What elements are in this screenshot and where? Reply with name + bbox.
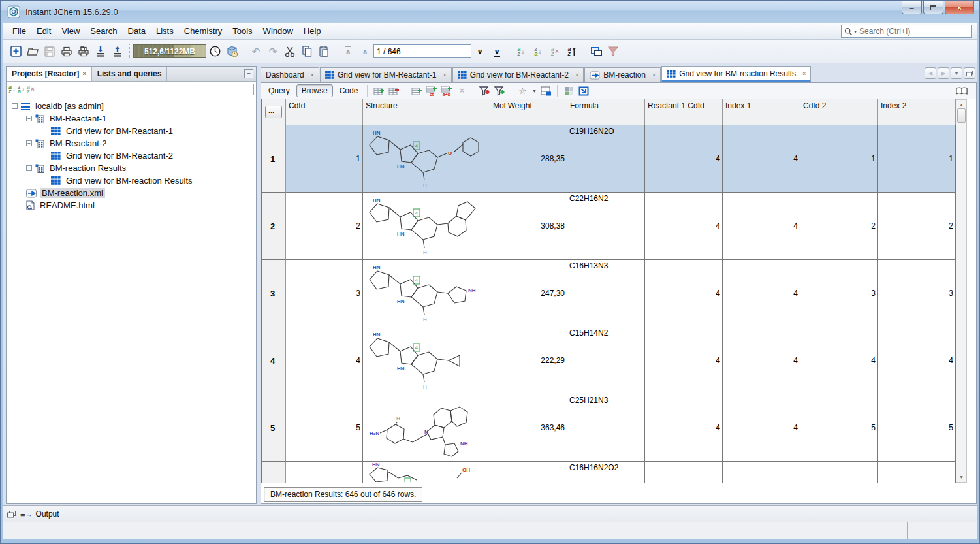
add-calculated-field-button[interactable]: a+b: [440, 85, 453, 97]
menu-window[interactable]: Window: [258, 24, 298, 38]
cell-reactant1-cdid[interactable]: [645, 462, 723, 483]
tree-item-bm-reactant-2[interactable]: − BM-Reactant-2: [7, 137, 256, 150]
cell-cdid[interactable]: 4: [286, 327, 363, 394]
row-header[interactable]: [262, 462, 286, 483]
filter-button[interactable]: [605, 43, 622, 60]
new-button[interactable]: [7, 43, 24, 60]
cell-formula[interactable]: C19H16N2O: [567, 125, 645, 193]
bring-windows-front-button[interactable]: [588, 43, 605, 60]
menu-chemistry[interactable]: Chemistry: [179, 24, 228, 38]
cell-cdid2[interactable]: 2: [800, 193, 878, 260]
cell-structure[interactable]: H₂N H N NH: [363, 394, 490, 462]
cell-structure[interactable]: HN HN 4 O H: [363, 125, 490, 193]
column-header-reactant1-cdid[interactable]: Reactant 1 CdId: [645, 99, 723, 125]
print-button[interactable]: [58, 43, 75, 60]
maximize-view-button[interactable]: [964, 67, 975, 79]
memory-monitor[interactable]: 512,6/1122MB: [133, 44, 206, 58]
cell-reactant1-cdid[interactable]: 4: [645, 260, 723, 327]
first-record-button[interactable]: ∧: [340, 43, 356, 60]
tab-close-icon[interactable]: ×: [311, 72, 314, 78]
output-tab[interactable]: ≡ → Output: [20, 509, 59, 519]
row-header[interactable]: 1: [262, 125, 286, 193]
row-header[interactable]: 3: [262, 260, 286, 327]
minimize-button[interactable]: –: [902, 1, 922, 14]
column-header-formula[interactable]: Formula: [567, 99, 645, 125]
export-button[interactable]: [109, 43, 126, 60]
cell-formula[interactable]: C16H16N2O2: [567, 462, 645, 483]
menu-data[interactable]: Data: [123, 24, 151, 38]
tree-item-grid-view-bm-reactant-1[interactable]: Grid view for BM-Reactant-1: [7, 125, 256, 137]
cell-cdid[interactable]: 3: [286, 260, 363, 327]
tree-item-bm-reaction-results[interactable]: − BM-reaction Results: [7, 162, 256, 174]
cell-formula[interactable]: C22H16N2: [567, 193, 645, 260]
cell-index1[interactable]: [723, 462, 800, 483]
favorites-button[interactable]: ☆: [516, 85, 529, 97]
cell-index2[interactable]: [878, 462, 956, 483]
tab-bm-reaction[interactable]: BM-reaction ×: [584, 67, 661, 82]
add-filter-button[interactable]: [493, 85, 506, 97]
advanced-sort-button[interactable]: az: [563, 43, 580, 60]
search-input[interactable]: [859, 27, 968, 36]
copy-button[interactable]: [298, 43, 315, 60]
scroll-tabs-right-button[interactable]: ▶: [938, 67, 949, 79]
cell-index1[interactable]: 4: [723, 260, 800, 327]
column-header-cdid[interactable]: CdId: [286, 99, 363, 125]
cell-index2[interactable]: 2: [878, 193, 956, 260]
cell-mol-weight[interactable]: 363,46: [490, 394, 567, 462]
cell-mol-weight[interactable]: [490, 462, 567, 483]
close-button[interactable]: ×: [945, 1, 974, 14]
cell-index2[interactable]: 1: [878, 125, 956, 193]
scroll-tabs-left-button[interactable]: ◀: [925, 67, 936, 79]
add-field-button[interactable]: [410, 85, 423, 97]
scrollbar-thumb[interactable]: [957, 108, 966, 123]
database-schema-button[interactable]: [223, 43, 240, 60]
tab-dashboard[interactable]: Dashboard ×: [261, 67, 319, 82]
cell-formula[interactable]: C25H21N3: [567, 394, 645, 462]
grid-vertical-scrollbar[interactable]: ▲ ▼: [956, 99, 967, 483]
column-header-index2[interactable]: Index 2: [878, 99, 956, 125]
previous-record-button[interactable]: ∧: [356, 43, 373, 60]
column-header-structure[interactable]: Structure: [363, 99, 490, 125]
tree-item-bm-reaction-xml[interactable]: BM-reaction.xml: [7, 187, 256, 199]
tab-close-icon[interactable]: ×: [652, 72, 656, 78]
collapse-icon[interactable]: −: [26, 140, 32, 146]
tree-item-readme-html[interactable]: README.html: [7, 199, 256, 212]
tab-grid-view-bm-reaction-results[interactable]: Grid view for BM-reaction Results ×: [661, 66, 811, 82]
tab-close-icon[interactable]: ×: [82, 71, 86, 77]
tree-item-bm-reactant-1[interactable]: − BM-Reactant-1: [7, 112, 256, 125]
maximize-button[interactable]: [923, 1, 943, 14]
collapse-icon[interactable]: −: [26, 165, 32, 171]
cell-cdid2[interactable]: 5: [800, 394, 878, 462]
tab-lists-and-queries[interactable]: Lists and queries: [92, 67, 168, 81]
scroll-down-icon[interactable]: ▼: [959, 472, 964, 481]
cell-reactant1-cdid[interactable]: 4: [645, 394, 723, 462]
column-header-cdid2[interactable]: CdId 2: [800, 99, 878, 125]
menu-help[interactable]: Help: [298, 24, 326, 38]
collapse-icon[interactable]: −: [26, 116, 32, 121]
manage-views-button[interactable]: [539, 85, 552, 97]
undo-button[interactable]: ↶: [247, 43, 264, 60]
cell-cdid[interactable]: [286, 462, 363, 483]
tree-sort-desc-button[interactable]: za↓: [18, 85, 25, 94]
next-record-button[interactable]: ∨: [471, 43, 488, 60]
open-in-new-view-button[interactable]: [577, 85, 590, 97]
menu-view[interactable]: View: [56, 24, 85, 38]
open-button[interactable]: [24, 43, 41, 60]
global-search-box[interactable]: ▾: [841, 25, 972, 38]
tree-filter-input[interactable]: [37, 84, 254, 95]
cell-cdid[interactable]: 5: [286, 394, 363, 462]
cell-reactant1-cdid[interactable]: 4: [645, 327, 723, 394]
redo-button[interactable]: ↷: [264, 43, 281, 60]
paste-button[interactable]: [315, 43, 332, 60]
row-header[interactable]: 4: [262, 327, 286, 394]
apply-filter-button[interactable]: [478, 85, 491, 97]
cell-index2[interactable]: 5: [878, 394, 956, 462]
cell-index1[interactable]: 4: [723, 394, 800, 462]
cell-cdid2[interactable]: 4: [800, 327, 878, 394]
tab-grid-view-bm-reactant-2[interactable]: Grid view for BM-Reactant-2 ×: [452, 67, 584, 82]
add-row-button[interactable]: [372, 85, 385, 97]
menu-tools[interactable]: Tools: [227, 24, 257, 38]
cell-index1[interactable]: 4: [723, 327, 800, 394]
scroll-up-icon[interactable]: ▲: [959, 100, 964, 108]
cell-mol-weight[interactable]: 288,35: [490, 125, 567, 193]
